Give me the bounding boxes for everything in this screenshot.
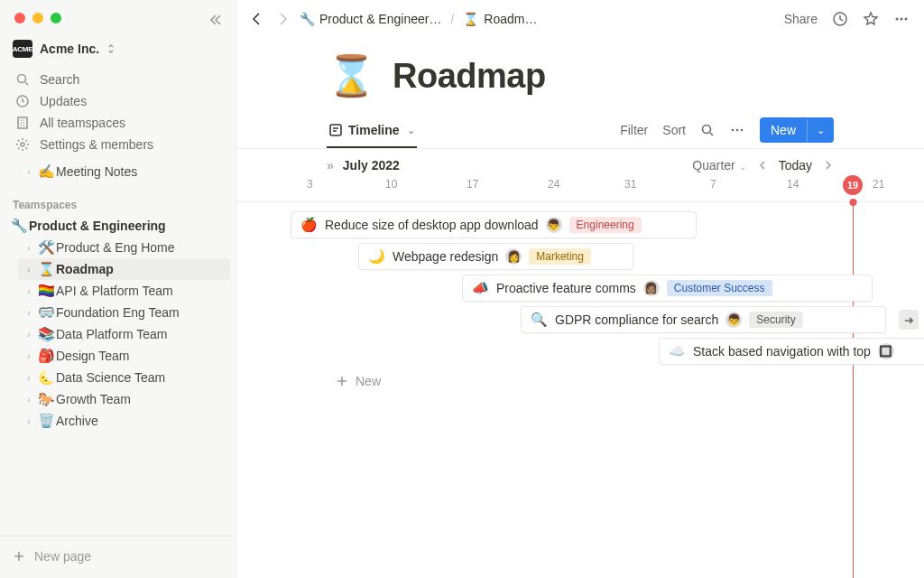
updates-nav[interactable]: Updates bbox=[5, 90, 230, 112]
sidebar-item-data-science[interactable]: ›🌜Data Science Team bbox=[18, 367, 230, 388]
forward-button[interactable] bbox=[274, 11, 291, 27]
add-timeline-row[interactable]: New bbox=[336, 374, 381, 388]
new-page-button[interactable]: New page bbox=[0, 536, 236, 578]
bar-title: GDPR compliance for search bbox=[555, 312, 718, 327]
next-period[interactable] bbox=[823, 160, 834, 171]
chevron-right-icon: › bbox=[22, 243, 36, 253]
bar-emoji: 🌙 bbox=[368, 248, 385, 265]
tick: 3 bbox=[307, 178, 313, 191]
chevron-right-icon: › bbox=[22, 416, 36, 426]
updates-label: Updates bbox=[40, 94, 87, 108]
today-button[interactable]: Today bbox=[779, 158, 812, 172]
page-header: ⌛ Roadmap bbox=[236, 36, 924, 108]
maximize-window[interactable] bbox=[51, 13, 61, 23]
svg-rect-2 bbox=[18, 117, 27, 128]
page-emoji: 🌜 bbox=[36, 369, 56, 386]
all-teamspaces-nav[interactable]: All teamspaces bbox=[5, 112, 230, 134]
clock-icon bbox=[14, 94, 31, 108]
new-page-label: New page bbox=[34, 549, 91, 564]
filter-button[interactable]: Filter bbox=[620, 123, 648, 137]
svg-point-7 bbox=[905, 18, 908, 21]
search-button[interactable] bbox=[700, 123, 715, 137]
workspace-switcher[interactable]: ACME Acme Inc. bbox=[0, 23, 236, 67]
page-emoji: 🐎 bbox=[36, 391, 56, 407]
double-chevron-right-icon[interactable]: » bbox=[327, 158, 334, 172]
building-icon bbox=[14, 116, 31, 130]
teamspaces-heading: Teamspaces bbox=[0, 191, 236, 215]
page-label: Foundation Eng Team bbox=[56, 305, 180, 320]
page-label: Growth Team bbox=[56, 392, 131, 406]
favorite-icon[interactable] bbox=[863, 11, 879, 27]
view-tab-timeline[interactable]: Timeline ⌄ bbox=[327, 117, 417, 148]
page-icon[interactable]: ⌛ bbox=[327, 52, 376, 99]
sidebar-item-growth[interactable]: ›🐎Growth Team bbox=[18, 388, 230, 410]
minimize-window[interactable] bbox=[32, 13, 43, 23]
breadcrumb-parent[interactable]: Product & Engineer… bbox=[319, 12, 441, 26]
open-item-icon[interactable]: ➜ bbox=[899, 310, 919, 330]
tick: 31 bbox=[624, 178, 636, 191]
avatar: 🔲 bbox=[878, 343, 894, 359]
more-icon[interactable] bbox=[893, 11, 910, 27]
prev-period[interactable] bbox=[757, 160, 768, 171]
view-bar: Timeline ⌄ Filter Sort New ⌄ bbox=[236, 108, 924, 149]
svg-point-10 bbox=[732, 129, 735, 132]
timeline-bar[interactable]: 📣 Proactive feature comms 👩🏽 Customer Su… bbox=[462, 275, 873, 302]
sort-button[interactable]: Sort bbox=[662, 123, 686, 137]
workspace-badge: ACME bbox=[13, 40, 32, 58]
bar-emoji: ☁️ bbox=[669, 343, 686, 359]
sidebar-item-data-platform[interactable]: ›📚Data Platform Team bbox=[18, 323, 230, 345]
chevron-down-icon: ⌄ bbox=[407, 125, 415, 136]
history-icon[interactable] bbox=[832, 11, 848, 27]
chevron-down-icon[interactable]: ⌄ bbox=[807, 119, 834, 142]
page-emoji: 📚 bbox=[36, 326, 56, 342]
timeline-bar[interactable]: ☁️ Stack based navigation with top 🔲 bbox=[659, 338, 924, 365]
avatar: 👦 bbox=[725, 312, 742, 328]
view-tab-label: Timeline bbox=[348, 123, 400, 137]
share-button[interactable]: Share bbox=[784, 12, 818, 26]
quick-page-meeting-notes[interactable]: › ✍️ Meeting Notes bbox=[18, 161, 230, 182]
search-nav[interactable]: Search bbox=[5, 69, 230, 90]
more-options-button[interactable] bbox=[729, 122, 745, 138]
bar-title: Stack based navigation with top bbox=[693, 344, 871, 359]
page-emoji: ✍️ bbox=[36, 163, 56, 180]
zoom-picker[interactable]: Quarter ⌄ bbox=[692, 158, 745, 172]
add-row-label: New bbox=[356, 374, 381, 388]
timeline-canvas[interactable]: 🍎 Reduce size of desktop app download 👦 … bbox=[236, 201, 924, 578]
close-window[interactable] bbox=[14, 13, 25, 23]
page-label: Meeting Notes bbox=[56, 164, 137, 179]
sidebar-item-archive[interactable]: ›🗑️Archive bbox=[18, 410, 230, 432]
chevron-right-icon: › bbox=[22, 286, 36, 296]
breadcrumb-current[interactable]: Roadm… bbox=[484, 12, 537, 26]
chevron-right-icon: › bbox=[22, 308, 36, 318]
back-button[interactable] bbox=[249, 11, 265, 27]
new-button[interactable]: New ⌄ bbox=[760, 117, 834, 143]
page-title[interactable]: Roadmap bbox=[393, 57, 546, 96]
breadcrumb-emoji: ⌛ bbox=[463, 12, 478, 26]
sidebar-item-design[interactable]: ›🎒Design Team bbox=[18, 345, 230, 367]
timeline-bar[interactable]: 🌙 Webpage redesign 👩 Marketing bbox=[358, 243, 633, 270]
sidebar-item-foundation[interactable]: ›🥽Foundation Eng Team bbox=[18, 302, 230, 323]
sidebar-item-roadmap[interactable]: ›⌛Roadmap bbox=[18, 258, 230, 280]
new-button-label: New bbox=[760, 117, 807, 143]
breadcrumb: 🔧 Product & Engineer… / ⌛ Roadm… bbox=[300, 12, 537, 26]
svg-point-3 bbox=[21, 143, 24, 146]
page-label: API & Platform Team bbox=[56, 284, 173, 298]
tick: 17 bbox=[467, 178, 478, 191]
svg-point-6 bbox=[901, 18, 903, 21]
tick: 10 bbox=[385, 178, 397, 191]
bar-title: Webpage redesign bbox=[393, 249, 498, 264]
timeline-bar[interactable]: 🍎 Reduce size of desktop app download 👦 … bbox=[291, 211, 697, 238]
now-dot bbox=[850, 199, 857, 206]
all-teamspaces-label: All teamspaces bbox=[40, 116, 125, 130]
sidebar-item-home[interactable]: ›🛠️Product & Eng Home bbox=[18, 237, 230, 258]
sidebar-item-api-platform[interactable]: ›🏳️‍🌈API & Platform Team bbox=[18, 280, 230, 302]
teamspace-label: Product & Engineering bbox=[29, 219, 166, 233]
settings-nav[interactable]: Settings & members bbox=[5, 134, 230, 155]
search-label: Search bbox=[40, 72, 79, 87]
collapse-sidebar-icon[interactable] bbox=[208, 13, 223, 27]
svg-point-12 bbox=[741, 129, 744, 132]
timeline-bar[interactable]: 🔍 GDPR compliance for search 👦 Security bbox=[521, 306, 886, 333]
today-marker: 19 bbox=[843, 175, 863, 195]
tag-customer-success: Customer Success bbox=[667, 280, 772, 296]
teamspace-product-engineering[interactable]: 🔧 Product & Engineering bbox=[5, 215, 230, 237]
